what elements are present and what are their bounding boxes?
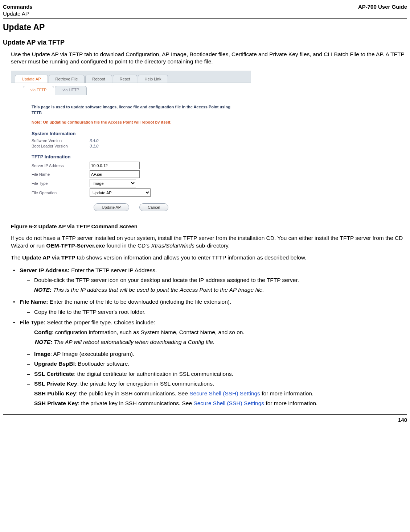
list-item-config: Config: configuration information, such … [24,328,407,346]
system-info-title: System Information [32,131,230,136]
list-item-doubleclick: Double-click the TFTP server icon on you… [24,276,407,284]
header-commands: Commands [3,4,33,10]
button-row: Update AP Cancel [32,203,230,211]
config-screenshot: Update AP Retrieve File Reboot Reset Hel… [11,71,251,221]
link-ssh-settings-2[interactable]: Secure Shell (SSH) Settings [193,400,264,406]
server-ip-row: Server IP Address [32,162,230,169]
header-updateap: Update AP [3,11,29,17]
software-version-row: Software Version 3.4.0 [32,138,230,143]
tab-help-link[interactable]: Help Link [138,75,168,83]
note-config: NOTE: The AP will reboot automatically w… [35,338,407,346]
list-item-ssl-private-key: SSL Private Key: the private key for enc… [24,379,407,388]
list-item-ssl-cert: SSL Certificate: the digital certificate… [24,370,407,378]
list-item-file-type: File Type: Select the proper file type. … [11,318,407,408]
intro-paragraph: Use the Update AP via TFTP tab to downlo… [11,51,407,66]
subtab-via-http[interactable]: via HTTP [55,86,87,95]
tab-description-paragraph: The Update AP via TFTP tab shows version… [11,254,407,262]
section-title: Update AP via TFTP [3,39,407,46]
list-item-ssh-private-key: SSH Private Key: the private key in SSH … [24,399,407,407]
server-ip-input[interactable] [90,162,140,169]
list-item-server-ip: Server IP Address: Enter the TFTP server… [11,266,407,294]
panel-note: Note: On updating configuration file the… [32,120,230,124]
tftp-install-paragraph: If you do not have a TFTP server install… [11,234,407,250]
file-operation-select[interactable]: Update AP [90,188,151,197]
cancel-button[interactable]: Cancel [139,203,168,211]
link-ssh-settings-1[interactable]: Secure Shell (SSH) Settings [189,390,260,396]
page-title: Update AP [3,22,407,32]
tftp-info-title: TFTP Information [32,154,230,159]
file-type-label: File Type [32,181,90,186]
file-name-row: File Name [32,170,230,178]
main-tab-row: Update AP Retrieve File Reboot Reset Hel… [11,71,251,83]
tab-retrieve-file[interactable]: Retrieve File [49,75,85,83]
list-item-copy-file: Copy the file to the TFTP server's root … [24,308,407,316]
file-type-select[interactable]: Image [90,179,136,187]
software-version-value: 3.4.0 [90,138,98,143]
panel: This page is used to update software ima… [23,99,239,214]
page-header: Commands Update AP AP-700 User Guide [3,4,407,19]
tab-update-ap[interactable]: Update AP [15,75,48,83]
list-item-image: Image: AP Image (executable program). [24,350,407,358]
list-item-ssh-public-key: SSH Public Key: the public key in SSH co… [24,389,407,398]
note-ip: NOTE: This is the IP address that will b… [34,286,407,294]
file-type-row: File Type Image [32,179,230,187]
server-ip-label: Server IP Address [32,163,90,168]
sub-tab-row: via TFTP via HTTP [23,86,251,95]
bootloader-version-row: Boot Loader Version 3.1.0 [32,144,230,148]
file-operation-row: File Operation Update AP [32,188,230,197]
bootloader-version-value: 3.1.0 [90,144,98,148]
list-item-file-name: File Name: Enter the name of the file to… [11,298,407,316]
file-name-input[interactable] [90,170,140,178]
header-right: AP-700 User Guide [358,4,407,17]
tab-reset[interactable]: Reset [113,75,137,83]
page-number: 140 [398,417,407,423]
software-version-label: Software Version [32,138,90,143]
subtab-via-tftp[interactable]: via TFTP [23,86,54,95]
file-name-label: File Name [32,172,90,176]
list-item-upgrade-bspbl: Upgrade BspBl: Bootloader software. [24,359,407,368]
header-left: Commands Update AP [3,4,33,17]
page-footer: 140 [3,414,407,423]
panel-description: This page is used to update software ima… [32,104,230,116]
tab-reboot[interactable]: Reboot [85,75,112,83]
bootloader-version-label: Boot Loader Version [32,144,90,148]
update-ap-button[interactable]: Update AP [94,203,130,211]
figure-caption: Figure 6-2 Update AP via TFTP Command Sc… [11,223,407,229]
file-operation-label: File Operation [32,191,90,195]
field-list: Server IP Address: Enter the TFTP server… [11,266,407,408]
